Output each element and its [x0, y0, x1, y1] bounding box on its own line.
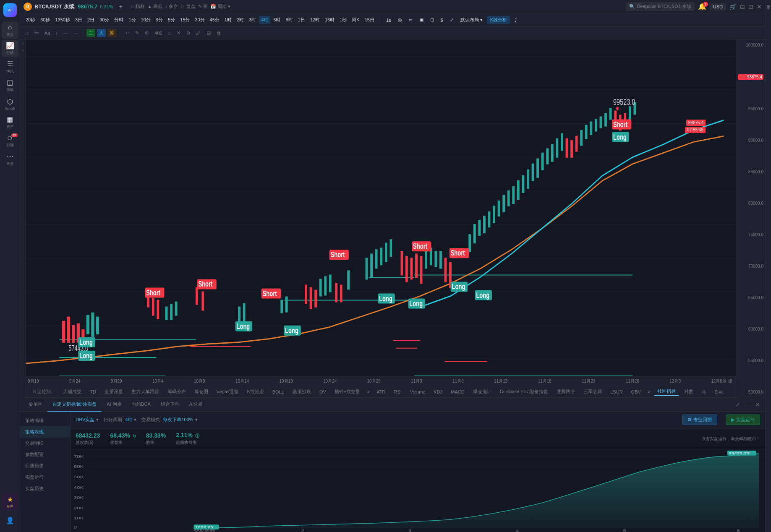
- ind-tab-kpattern[interactable]: K线形态: [243, 388, 267, 396]
- toolbar-draw[interactable]: ✎ 画: [198, 3, 208, 10]
- toolbar-highlow[interactable]: ▲ 高低: [147, 3, 162, 10]
- ind-tab-3army[interactable]: 三军会师: [580, 388, 605, 396]
- tf-10m[interactable]: 10分: [139, 16, 153, 24]
- btn-crop[interactable]: ⊡: [428, 16, 436, 23]
- tf-16h[interactable]: 16时: [323, 16, 337, 24]
- tf-8h[interactable]: 8时: [283, 16, 295, 24]
- tf-5m[interactable]: 5分: [166, 16, 177, 24]
- btn-pen[interactable]: ✏: [406, 16, 415, 23]
- draw-more[interactable]: ···: [71, 30, 79, 37]
- color-main[interactable]: 主: [86, 29, 95, 37]
- tf-15d[interactable]: 15日: [363, 16, 376, 24]
- draw-trash[interactable]: 🗑: [214, 30, 223, 37]
- ind-tab-atr[interactable]: ATR: [373, 389, 389, 395]
- ind-tab-locate[interactable]: ⊙ 定位到...: [29, 388, 58, 396]
- pro-backtest-btn[interactable]: ⚙ 专业回测: [682, 415, 717, 425]
- panel-expand-btn[interactable]: ⤢: [733, 401, 742, 409]
- ind-tab-position[interactable]: 筹仓图: [191, 388, 212, 396]
- tf-12h[interactable]: 12时: [308, 16, 322, 24]
- tf-1350s[interactable]: 1350秒: [53, 16, 72, 24]
- sidebar-live-run[interactable]: 实盘运行: [20, 472, 70, 483]
- sidebar-live-history[interactable]: 实盘历史: [20, 483, 70, 494]
- tf-1m[interactable]: 1分: [126, 16, 138, 24]
- toolbar-replay[interactable]: ▷ 复盘: [180, 3, 196, 10]
- btn-share[interactable]: ⤴: [512, 17, 520, 23]
- performance-chart[interactable]: 70K 60K 50K 40K 30K 20K 10K 0: [71, 449, 765, 532]
- maximize-btn[interactable]: ⊡: [748, 3, 753, 10]
- tf-1s[interactable]: 1秒: [337, 16, 349, 24]
- ind-tab-rsi[interactable]: RSI: [390, 389, 405, 395]
- btn-box[interactable]: ▣: [417, 16, 426, 23]
- period-arrow[interactable]: ▾: [134, 417, 136, 422]
- live-run-btn[interactable]: ▶ 实盘运行: [726, 415, 760, 425]
- panel-minimize-btn[interactable]: —: [743, 401, 752, 409]
- ind-tab-pin[interactable]: 插针+成交量: [331, 388, 363, 396]
- draw-circle[interactable]: ⊘: [184, 29, 192, 37]
- tf-1h[interactable]: 1时: [222, 16, 234, 24]
- info-icon[interactable]: ⓘ: [195, 433, 199, 438]
- ind-tab-td[interactable]: TD: [86, 389, 99, 395]
- tf-6h[interactable]: 6时: [271, 16, 282, 24]
- sidebar-item-market[interactable]: 📈 行情: [2, 40, 18, 57]
- time-axis-fire[interactable]: 爆: [728, 378, 732, 384]
- currency-selector[interactable]: USD: [710, 3, 726, 10]
- ind-tab-log[interactable]: 对数: [681, 388, 697, 396]
- draw-frame[interactable]: □: [166, 30, 173, 37]
- tf-30s[interactable]: 30秒: [38, 16, 52, 24]
- ind-tab-volume[interactable]: Volume: [407, 389, 429, 395]
- sidebar-item-home[interactable]: ⌂ 首页: [2, 22, 18, 39]
- ticker-symbol[interactable]: BTC/USDT 永续: [34, 3, 74, 10]
- sidebar-item-user[interactable]: 👤: [2, 512, 18, 529]
- tf-45m[interactable]: 45分: [208, 16, 222, 24]
- side-arrow-up[interactable]: ›: [21, 41, 26, 46]
- period-label[interactable]: 4时: [125, 417, 132, 423]
- sidebar-item-assets[interactable]: ▦ 资产: [2, 114, 18, 131]
- search-box[interactable]: 🔍 Deepcoin BTC/USDT 永续: [626, 2, 694, 11]
- minimize-btn[interactable]: ⊟: [740, 3, 745, 10]
- sidebar-params[interactable]: 参数配置: [20, 449, 70, 460]
- ind-tab-explosion[interactable]: 爆仓统计: [470, 388, 495, 396]
- draw-grid[interactable]: ▤: [204, 29, 213, 37]
- tf-3m[interactable]: 3分: [154, 16, 165, 24]
- ind-tab-boll[interactable]: BOLL: [269, 389, 287, 395]
- ind-tab-lsur[interactable]: LSUR: [607, 389, 626, 395]
- ind-tab-obv[interactable]: OBV: [628, 389, 644, 395]
- draw-square[interactable]: □: [24, 30, 31, 37]
- cart-icon[interactable]: 🛒: [729, 3, 737, 10]
- sidebar-strategy-perf[interactable]: 策略表现: [20, 426, 70, 438]
- btn-1s[interactable]: 1s: [384, 17, 394, 23]
- panel-tab-dca[interactable]: 合约DCA: [127, 398, 156, 412]
- draw-magnet[interactable]: ⊕: [143, 29, 151, 37]
- ind-tab-coinbase[interactable]: Coinbase BTC溢价指数: [497, 388, 552, 396]
- panel-tab-portfolio[interactable]: 组合下单: [156, 398, 184, 412]
- panel-tab-orders[interactable]: 委单区: [24, 398, 47, 412]
- sidebar-strategy-edit[interactable]: 策略编辑: [20, 415, 70, 426]
- ind-tab-more[interactable]: >: [365, 389, 371, 395]
- tf-4h[interactable]: 4时: [259, 16, 270, 24]
- sidebar-item-community[interactable]: ☺ 53 群聊: [2, 133, 18, 149]
- ind-tab-pct[interactable]: %: [698, 389, 709, 395]
- draw-400[interactable]: 400: [152, 30, 164, 37]
- panel-close-btn[interactable]: ✕: [753, 401, 762, 409]
- sidebar-trade-detail[interactable]: 交易明细: [20, 438, 70, 449]
- ind-tab-dragon[interactable]: 龙腾四海: [553, 388, 578, 396]
- sidebar-item-vip[interactable]: ★ VIP: [2, 493, 18, 510]
- panel-tab-ai-grid[interactable]: AI 网格: [102, 398, 126, 412]
- draw-rect[interactable]: ▭: [32, 29, 41, 37]
- close-btn[interactable]: ✕: [757, 3, 762, 10]
- tf-2h[interactable]: 2时: [235, 16, 246, 24]
- app-logo[interactable]: AI: [3, 3, 17, 17]
- main-chart[interactable]: 99523.0 57443.0 Short Long Long: [26, 39, 736, 376]
- ind-tab-top[interactable]: 选顶抄底: [289, 388, 314, 396]
- tf-2d[interactable]: 2日: [85, 16, 97, 24]
- sidebar-item-news[interactable]: ☰ 快讯: [2, 59, 18, 76]
- tf-wk[interactable]: 周K: [350, 16, 361, 24]
- tf-20s[interactable]: 20秒: [24, 16, 37, 24]
- ind-tab-community[interactable]: 社区指标: [654, 387, 679, 396]
- time-axis-controls[interactable]: 筹: [722, 378, 727, 384]
- btn-circle[interactable]: ◎: [395, 16, 405, 23]
- ind-tab-kdj[interactable]: KDJ: [431, 389, 446, 395]
- color-chips[interactable]: 筹: [107, 29, 116, 37]
- draw-undo[interactable]: ↩: [123, 29, 131, 37]
- color-big[interactable]: 大: [97, 29, 106, 37]
